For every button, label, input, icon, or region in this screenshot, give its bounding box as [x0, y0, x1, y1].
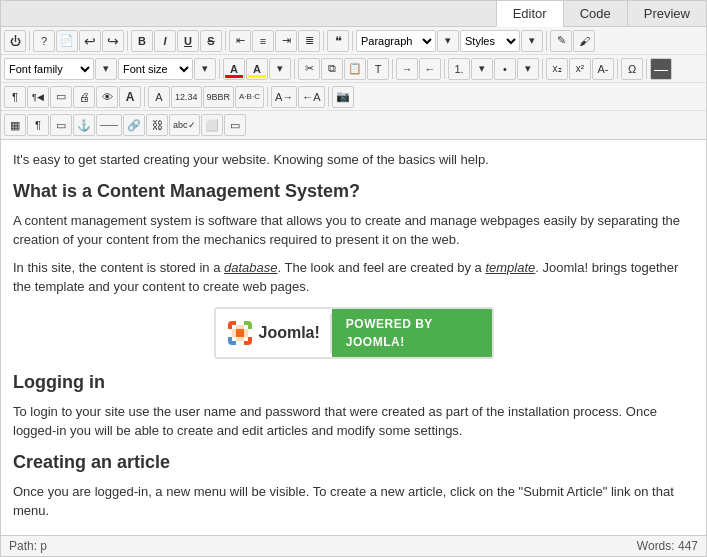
visual-blocks-button[interactable]: ▭	[50, 86, 72, 108]
font-family-select[interactable]: Font family	[4, 58, 94, 80]
word-count: Words: 447	[637, 539, 698, 553]
joomla-icon	[226, 319, 254, 347]
cut-button[interactable]: ✂	[298, 58, 320, 80]
find-button[interactable]: A	[148, 86, 170, 108]
maximize-button[interactable]: ⬜	[201, 114, 223, 136]
align-right-button[interactable]: ⇥	[275, 30, 297, 52]
spellcheck2-button[interactable]: abc✓	[169, 114, 200, 136]
align-justify-button[interactable]: ≣	[298, 30, 320, 52]
power-button[interactable]: ⏻	[4, 30, 26, 52]
print-button[interactable]: 🖨	[73, 86, 95, 108]
iframe-button[interactable]: ▭	[50, 114, 72, 136]
para-3: To login to your site use the user name …	[13, 402, 694, 441]
special-chars-button[interactable]: Ω	[621, 58, 643, 80]
align-center-button[interactable]: ≡	[252, 30, 274, 52]
highlight-color-button[interactable]: A	[246, 58, 268, 80]
paste-button[interactable]: 📋	[344, 58, 366, 80]
status-bar: Path: p Words: 447	[1, 535, 706, 556]
paragraph-select[interactable]: Paragraph Heading 1 Heading 2	[356, 30, 436, 52]
italic-button[interactable]: I	[154, 30, 176, 52]
align-left-button[interactable]: ⇤	[229, 30, 251, 52]
joomla-logo: Joomla!	[216, 313, 332, 353]
hr-button[interactable]: —	[650, 58, 672, 80]
unordered-list-dropdown[interactable]: ▾	[517, 58, 539, 80]
styles-select[interactable]: Styles	[460, 30, 520, 52]
editor-content[interactable]: It's easy to get started creating your w…	[1, 140, 706, 535]
help-button[interactable]: ?	[33, 30, 55, 52]
heading-article: Creating an article	[13, 449, 694, 476]
joomla-banner: Joomla! POWERED BY JOOMLA!	[214, 307, 494, 359]
paragraph-dropdown[interactable]: ▾	[437, 30, 459, 52]
unordered-list-button[interactable]: •	[494, 58, 516, 80]
underline-button[interactable]: U	[177, 30, 199, 52]
styles-dropdown[interactable]: ▾	[521, 30, 543, 52]
preview-btn[interactable]: 👁	[96, 86, 118, 108]
toolbar: ⏻ ? 📄 ↩ ↪ B I U S ⇤ ≡ ⇥ ≣ ❝ Paragraph He…	[1, 27, 706, 140]
anchor-button[interactable]: ⚓	[73, 114, 95, 136]
tab-preview[interactable]: Preview	[627, 1, 706, 26]
toolbar-row-1: ⏻ ? 📄 ↩ ↪ B I U S ⇤ ≡ ⇥ ≣ ❝ Paragraph He…	[1, 27, 706, 55]
font-size-select[interactable]: Font size	[118, 58, 193, 80]
redo-button[interactable]: ↪	[102, 30, 124, 52]
joomla-text: Joomla!	[259, 321, 320, 345]
indent-button[interactable]: →	[396, 58, 418, 80]
font-size-dropdown[interactable]: ▾	[194, 58, 216, 80]
blockquote-button[interactable]: ❝	[327, 30, 349, 52]
subscript-button[interactable]: x₂	[546, 58, 568, 80]
powered-text: POWERED BY JOOMLA!	[332, 309, 492, 357]
path-text: Path: p	[9, 539, 47, 553]
number-format-button[interactable]: 12.34	[171, 86, 202, 108]
font-family-dropdown[interactable]: ▾	[95, 58, 117, 80]
unlink-button[interactable]: ⛓	[146, 114, 168, 136]
bold-button[interactable]: B	[131, 30, 153, 52]
paste-text-button[interactable]: T	[367, 58, 389, 80]
ordered-list-dropdown[interactable]: ▾	[471, 58, 493, 80]
tab-editor[interactable]: Editor	[496, 1, 563, 27]
color-picker-btn[interactable]: ▾	[269, 58, 291, 80]
new-doc-button[interactable]: 📄	[56, 30, 78, 52]
source-button[interactable]: ▭	[224, 114, 246, 136]
toolbar-row-4: ▦ ¶ ▭ ⚓ —— 🔗 ⛓ abc✓ ⬜ ▭	[1, 111, 706, 139]
outdent-button[interactable]: ←	[419, 58, 441, 80]
abbr-button[interactable]: 9BBR	[203, 86, 235, 108]
superscript-button[interactable]: x²	[569, 58, 591, 80]
clear-format-button[interactable]: ✎	[550, 30, 572, 52]
font-color-button[interactable]: A	[223, 58, 245, 80]
heading-login: Logging in	[13, 369, 694, 396]
paste-clean-button[interactable]: 🖌	[573, 30, 595, 52]
text-dir-ltr-button[interactable]: A→	[271, 86, 297, 108]
para-2: In this site, the content is stored in a…	[13, 258, 694, 297]
pilcrow2-button[interactable]: ¶◀	[27, 86, 49, 108]
link-button[interactable]: 🔗	[123, 114, 145, 136]
media-button[interactable]: 📷	[332, 86, 354, 108]
para-1: A content management system is software …	[13, 211, 694, 250]
pilcrow-button[interactable]: ¶	[4, 86, 26, 108]
undo-button[interactable]: ↩	[79, 30, 101, 52]
tab-bar: Editor Code Preview	[1, 1, 706, 27]
spellcheck-button[interactable]: A	[119, 86, 141, 108]
abc-button[interactable]: A·B·C	[235, 86, 264, 108]
tab-code[interactable]: Code	[563, 1, 627, 26]
reduce-font-button[interactable]: A-	[592, 58, 614, 80]
heading-cms: What is a Content Management System?	[13, 178, 694, 205]
intro-text: It's easy to get started creating your w…	[13, 150, 694, 170]
text-dir-rtl-button[interactable]: ←A	[298, 86, 324, 108]
toolbar-row-2: Font family ▾ Font size ▾ A A ▾ ✂ ⧉ 📋 T	[1, 55, 706, 83]
editor-wrapper: Editor Code Preview ⏻ ? 📄 ↩ ↪ B I U S ⇤ …	[0, 0, 707, 557]
toolbar-row-3: ¶ ¶◀ ▭ 🖨 👁 A A 12.34 9BBR A·B·C A→ ←A 📷	[1, 83, 706, 111]
ordered-list-button[interactable]: 1.	[448, 58, 470, 80]
para-4: Once you are logged-in, a new menu will …	[13, 482, 694, 521]
pagebreak-button[interactable]: ——	[96, 114, 122, 136]
table-button[interactable]: ▦	[4, 114, 26, 136]
nonbreak-para-button[interactable]: ¶	[27, 114, 49, 136]
strikethrough-button[interactable]: S	[200, 30, 222, 52]
copy-button[interactable]: ⧉	[321, 58, 343, 80]
